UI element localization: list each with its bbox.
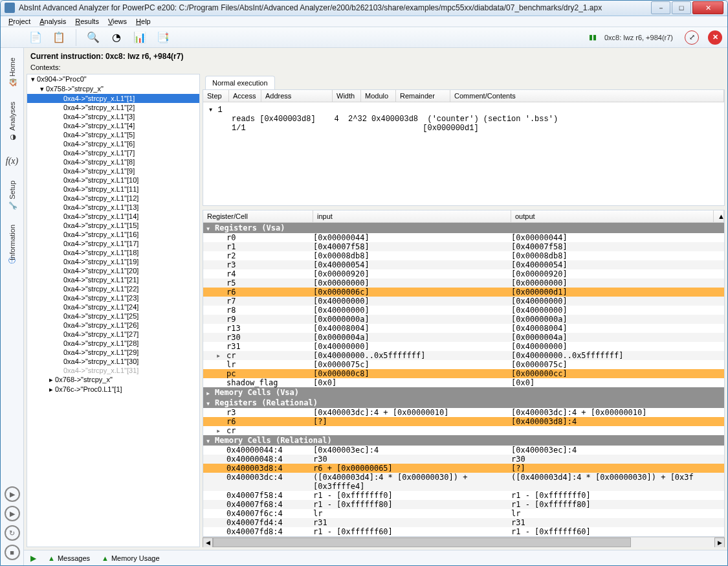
tree-node[interactable]: 0xa4->"strcpy_x.L1"[31] bbox=[27, 366, 199, 375]
menu-views[interactable]: Views bbox=[108, 17, 127, 25]
register-row[interactable]: 0x40007f6c:4lrlr bbox=[203, 509, 724, 518]
tree-node[interactable]: 0xa4->"strcpy_x.L1"[4] bbox=[27, 121, 199, 130]
register-row[interactable]: r6[0x0000006c][0x000000d1] bbox=[203, 288, 724, 297]
error-icon[interactable]: ✕ bbox=[708, 30, 722, 45]
register-row[interactable]: 0x40000044:4[0x400003ec]:4[0x400003ec]:4 bbox=[203, 446, 724, 455]
tree-node[interactable]: 0xa4->"strcpy_x.L1"[12] bbox=[27, 194, 199, 203]
tree-node[interactable]: 0xa4->"strcpy_x.L1"[13] bbox=[27, 203, 199, 212]
tree-node[interactable]: 0xa4->"strcpy_x.L1"[16] bbox=[27, 230, 199, 239]
scroll-thumb[interactable] bbox=[213, 538, 631, 547]
tab-normal-execution[interactable]: Normal execution bbox=[205, 76, 275, 89]
tree-node[interactable]: 0xa4->"strcpy_x.L1"[25] bbox=[27, 311, 199, 321]
register-row[interactable]: r4[0x00000920][0x00000920] bbox=[203, 269, 724, 278]
register-row[interactable]: r7[0x40000000][0x40000000] bbox=[203, 297, 724, 306]
sidetab-information[interactable]: ⓘInformation bbox=[4, 218, 20, 277]
register-row[interactable]: 0x40007fd4:4r31r31 bbox=[203, 518, 724, 527]
toolbar-btn-3[interactable]: 🔍 bbox=[84, 28, 102, 47]
register-row[interactable]: 0x40000048:4r30r30 bbox=[203, 455, 724, 464]
tree-node[interactable]: 0xa4->"strcpy_x.L1"[3] bbox=[27, 112, 199, 121]
close-button[interactable]: ✕ bbox=[692, 1, 723, 14]
register-row[interactable]: r0[0x00000044][0x00000044] bbox=[203, 233, 724, 242]
register-row[interactable]: shadow_flag[0x0][0x0] bbox=[203, 378, 724, 387]
section-header[interactable]: ▾Registers (Relational) bbox=[203, 398, 724, 408]
horizontal-scrollbar[interactable]: ◀ ▶ bbox=[203, 537, 725, 547]
play-all-button[interactable]: ▶ bbox=[5, 506, 20, 521]
tree-node[interactable]: 0xa4->"strcpy_x.L1"[20] bbox=[27, 266, 199, 275]
tree-node[interactable]: 0xa4->"strcpy_x.L1"[14] bbox=[27, 212, 199, 221]
register-row[interactable]: 0x40007f58:4r1 - [0xfffffff0]r1 - [0xfff… bbox=[203, 491, 724, 500]
menu-results[interactable]: Results bbox=[75, 17, 99, 25]
tree-node[interactable]: 0xa4->"strcpy_x.L1"[27] bbox=[27, 330, 199, 339]
tree-node[interactable]: 0xa4->"strcpy_x.L1"[7] bbox=[27, 148, 199, 157]
register-row[interactable]: r30[0x0000004a][0x0000004a] bbox=[203, 333, 724, 342]
register-row[interactable]: 0x40007fd8:4r1 - [0xffffff60]r1 - [0xfff… bbox=[203, 527, 724, 536]
tree-node[interactable]: 0xa4->"strcpy_x.L1"[8] bbox=[27, 157, 199, 166]
sidetab-setup[interactable]: 🔧Setup bbox=[5, 174, 19, 218]
register-row[interactable]: r5[0x00000000][0x00000000] bbox=[203, 278, 724, 288]
scroll-left-icon[interactable]: ◀ bbox=[203, 538, 213, 547]
stop-button[interactable]: ■ bbox=[5, 545, 20, 560]
toolbar-btn-2[interactable]: 📋 bbox=[50, 28, 68, 47]
maximize-button[interactable]: □ bbox=[672, 1, 691, 14]
scroll-right-icon[interactable]: ▶ bbox=[714, 538, 725, 547]
register-row[interactable]: lr[0x0000075c][0x0000075c] bbox=[203, 360, 724, 369]
play-button[interactable]: ▶ bbox=[5, 486, 20, 502]
tree-node[interactable]: 0xa4->"strcpy_x.L1"[30] bbox=[27, 357, 199, 366]
contexts-tree[interactable]: ▾ 0x904->"Proc0"▾ 0x758->"strcpy_x"0xa4-… bbox=[27, 74, 200, 547]
register-row[interactable]: pc[0x000000c8][0x000000cc] bbox=[203, 369, 724, 378]
section-header[interactable]: ▾Registers (Vsa) bbox=[203, 223, 724, 233]
tree-node[interactable]: 0xa4->"strcpy_x.L1"[18] bbox=[27, 248, 199, 257]
tree-node[interactable]: 0xa4->"strcpy_x.L1"[19] bbox=[27, 257, 199, 266]
tree-node[interactable]: ▸ 0x76c->"Proc0.L1"[1] bbox=[27, 385, 199, 394]
tree-node[interactable]: 0xa4->"strcpy_x.L1"[22] bbox=[27, 284, 199, 293]
resume-button[interactable]: ↻ bbox=[5, 525, 20, 541]
toolbar-btn-6[interactable]: 📑 bbox=[154, 28, 172, 47]
menu-project[interactable]: Project bbox=[8, 17, 30, 25]
tree-node[interactable]: 0xa4->"strcpy_x.L1"[23] bbox=[27, 293, 199, 302]
menu-analysis[interactable]: Analysis bbox=[39, 17, 66, 25]
register-row[interactable]: 0x40007f68:4r1 - [0xffffff80]r1 - [0xfff… bbox=[203, 500, 724, 509]
section-header[interactable]: ▸Memory Cells (Vsa) bbox=[203, 387, 724, 398]
register-row[interactable]: ▸cr[0x40000000..0x5fffffff][0x40000000..… bbox=[203, 351, 724, 360]
tree-node[interactable]: ▾ 0x758->"strcpy_x" bbox=[27, 84, 199, 94]
tree-node[interactable]: ▸ 0x768->"strcpy_x" bbox=[27, 375, 199, 385]
sidetab-home[interactable]: 🏠Home bbox=[5, 51, 19, 95]
sidetab-analyses[interactable]: ◐Analyses bbox=[5, 95, 19, 149]
toolbar-btn-1[interactable]: 📄 bbox=[27, 28, 45, 47]
run-icon[interactable]: ▶ bbox=[30, 554, 36, 563]
fullscreen-icon[interactable]: ⤢ bbox=[685, 30, 699, 45]
register-row[interactable]: 0x400003dc:4([0x400003d4]:4 * [0x0000003… bbox=[203, 473, 724, 491]
toolbar-btn-5[interactable]: 📊 bbox=[131, 28, 149, 47]
register-row[interactable]: r2[0x00008db8][0x00008db8] bbox=[203, 251, 724, 260]
tree-node[interactable]: 0xa4->"strcpy_x.L1"[9] bbox=[27, 166, 199, 175]
register-row[interactable]: r6[?][0x400003d8]:4 bbox=[203, 417, 724, 426]
tree-node[interactable]: 0xa4->"strcpy_x.L1"[29] bbox=[27, 348, 199, 357]
titlebar[interactable]: AbsInt Advanced Analyzer for PowerPC e20… bbox=[1, 1, 727, 16]
registers-table[interactable]: Register/Cell input output ▲ ▾Registers … bbox=[203, 210, 725, 537]
tree-node[interactable]: 0xa4->"strcpy_x.L1"[15] bbox=[27, 221, 199, 230]
tree-node[interactable]: 0xa4->"strcpy_x.L1"[28] bbox=[27, 339, 199, 348]
tree-node[interactable]: 0xa4->"strcpy_x.L1"[24] bbox=[27, 302, 199, 311]
execution-table[interactable]: Step Access Address Width Modulo Remaind… bbox=[203, 89, 725, 206]
toolbar-btn-chart[interactable]: ◔ bbox=[107, 28, 126, 47]
status-messages[interactable]: ▲Messages bbox=[48, 554, 90, 562]
register-row[interactable]: r8[0x40000000][0x40000000] bbox=[203, 306, 724, 315]
tree-node[interactable]: 0xa4->"strcpy_x.L1"[26] bbox=[27, 321, 199, 330]
register-row[interactable]: r31[0x40000000][0x40000000] bbox=[203, 342, 724, 351]
tree-node[interactable]: 0xa4->"strcpy_x.L1"[5] bbox=[27, 130, 199, 139]
register-row[interactable]: r3[0x40000054][0x40000054] bbox=[203, 260, 724, 269]
register-row[interactable]: r9[0x0000000a][0x0000000a] bbox=[203, 315, 724, 324]
register-row[interactable]: r1[0x40007f58][0x40007f58] bbox=[203, 242, 724, 251]
register-row[interactable]: 0x400003d8:4r6 + [0x00000065][?] bbox=[203, 464, 724, 473]
tree-node[interactable]: 0xa4->"strcpy_x.L1"[21] bbox=[27, 275, 199, 284]
tree-node[interactable]: 0xa4->"strcpy_x.L1"[6] bbox=[27, 139, 199, 148]
tree-node[interactable]: ▾ 0x904->"Proc0" bbox=[27, 74, 199, 84]
sidetab-fx[interactable]: f(x) bbox=[3, 149, 21, 174]
tree-node[interactable]: 0xa4->"strcpy_x.L1"[2] bbox=[27, 103, 199, 112]
tree-node[interactable]: 0xa4->"strcpy_x.L1"[17] bbox=[27, 239, 199, 248]
tree-node[interactable]: 0xa4->"strcpy_x.L1"[1] bbox=[27, 94, 199, 103]
menu-help[interactable]: Help bbox=[136, 17, 151, 25]
tree-node[interactable]: 0xa4->"strcpy_x.L1"[11] bbox=[27, 185, 199, 194]
tree-node[interactable]: 0xa4->"strcpy_x.L1"[10] bbox=[27, 175, 199, 185]
minimize-button[interactable]: － bbox=[651, 1, 670, 14]
